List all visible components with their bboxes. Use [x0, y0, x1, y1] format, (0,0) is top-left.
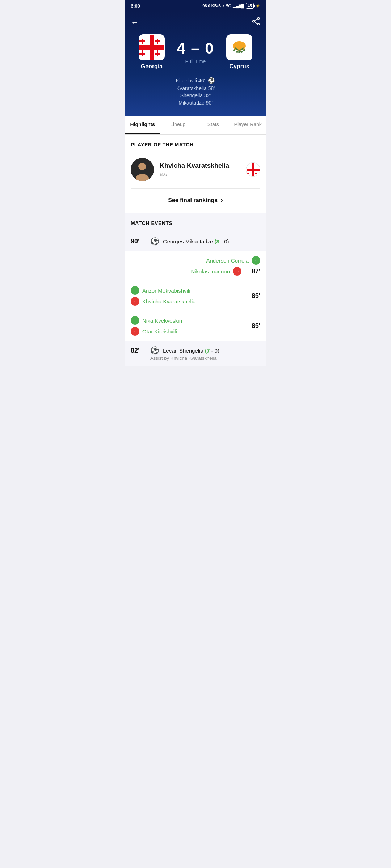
svg-point-23	[243, 49, 245, 51]
match-events-title: MATCH EVENTS	[125, 213, 266, 232]
potm-avatar	[131, 158, 154, 181]
svg-rect-13	[139, 53, 145, 55]
sub-in-name-85b: Nika Kvekveskiri	[142, 318, 182, 324]
event-minute-90: 90'	[131, 238, 147, 245]
svg-point-1	[258, 24, 260, 25]
sub-out-name-85b: Otar Kiteishvili	[142, 328, 177, 335]
potm-card: Khvicha Kvaratskhelia 8.6	[125, 152, 266, 188]
back-button[interactable]: ←	[131, 18, 139, 27]
svg-rect-31	[247, 166, 249, 166]
see-rankings-button[interactable]: See final rankings ›	[125, 189, 266, 213]
home-team-block: Georgia	[134, 34, 170, 70]
goal-ball-icon-82: ⚽	[150, 346, 159, 355]
event-row-87-sub: Anderson Correia ← Nikolas Ioannou → 87'	[125, 251, 266, 281]
svg-line-4	[254, 22, 258, 24]
event-row-82-goal: 82' ⚽ Levan Shengelia (7 - 0) Assist by …	[125, 341, 266, 367]
svg-point-0	[258, 18, 260, 20]
away-team-flag	[226, 34, 252, 60]
sub-row-85b-out: ← Otar Kiteishvili	[131, 327, 182, 336]
score-center: 4 – 0 Full Time	[177, 40, 214, 64]
event-text-90: Georges Mikautadze (8 - 0)	[163, 238, 229, 244]
home-team-flag	[139, 34, 165, 60]
signal-5g: 5G	[226, 4, 231, 8]
generation-badge: ×	[222, 4, 224, 8]
away-team-name: Cyprus	[229, 63, 249, 70]
sub-out-name-85a: Khvicha Kvaratskhelia	[142, 298, 196, 305]
sub-out-icon-85b: ←	[131, 327, 139, 336]
tabs-bar: Highlights Lineup Stats Player Ranki	[125, 116, 266, 135]
status-bar: 6:00 98.0 KB/S × 5G ▂▄▆█ 45 ⚡	[125, 0, 266, 12]
event-row-90-goal: 90' ⚽ Georges Mikautadze (8 - 0)	[125, 232, 266, 251]
goal-ball-icon-90: ⚽	[150, 237, 159, 246]
svg-point-2	[253, 21, 255, 22]
svg-line-3	[254, 19, 258, 21]
svg-rect-11	[155, 40, 160, 42]
potm-rating: 8.6	[160, 171, 246, 177]
sub-in-icon-85a: →	[131, 286, 139, 295]
event-minute-85b: 85'	[252, 322, 260, 330]
svg-rect-35	[247, 173, 249, 174]
home-team-name: Georgia	[141, 63, 163, 70]
sub-in-icon-87: ←	[252, 256, 260, 265]
event-text-82: Levan Shengelia (7 - 0)	[163, 348, 219, 354]
potm-flag-georgia	[246, 162, 260, 177]
tab-stats[interactable]: Stats	[196, 116, 231, 134]
potm-name: Khvicha Kvaratskhelia	[160, 162, 246, 170]
nav-bar: ←	[131, 12, 260, 34]
match-hero: ←	[125, 12, 266, 116]
sub-row-85a-in: → Anzor Mekvabishvili	[131, 286, 196, 295]
goals-section: Kiteishvili 46' ⚽ Kvaratskhelia 58' Shen…	[131, 77, 260, 106]
event-score-82: (7	[205, 348, 210, 354]
svg-point-22	[240, 51, 243, 53]
goal-event-2: Kvaratskhelia 58'	[131, 85, 260, 91]
event-assist-82: Assist by Khvicha Kvaratskhelia	[150, 356, 217, 361]
svg-rect-15	[155, 53, 160, 55]
signal-bars: ▂▄▆█	[233, 4, 244, 8]
away-team-block: Cyprus	[221, 34, 257, 70]
event-minute-82: 82'	[131, 347, 147, 354]
status-time: 6:00	[131, 3, 140, 9]
svg-point-17	[233, 41, 246, 51]
potm-section: PLAYER OF THE MATCH Khvicha Kvaratskheli…	[125, 135, 266, 189]
sub-in-icon-85b: →	[131, 316, 139, 325]
rankings-label: See final rankings	[168, 197, 218, 204]
tab-highlights[interactable]: Highlights	[125, 116, 160, 134]
sub-in-name-85a: Anzor Mekvabishvili	[142, 288, 190, 294]
sub-row-85a-out: ← Khvicha Kvaratskhelia	[131, 297, 196, 306]
event-score-90: (8	[215, 238, 219, 244]
svg-rect-9	[139, 40, 145, 42]
score-section: Georgia 4 – 0 Full Time	[131, 34, 260, 70]
event-minute-85a: 85'	[252, 292, 260, 300]
svg-rect-33	[255, 166, 257, 166]
tab-lineup[interactable]: Lineup	[160, 116, 196, 134]
network-speed: 98.0 KB/S	[202, 4, 221, 8]
sub-out-icon-87: →	[233, 267, 241, 276]
svg-rect-37	[255, 173, 257, 174]
score-separator: –	[191, 40, 205, 57]
event-row-85a-sub: → Anzor Mekvabishvili ← Khvicha Kvaratsk…	[125, 281, 266, 311]
svg-rect-29	[247, 169, 260, 171]
potm-title: PLAYER OF THE MATCH	[125, 135, 266, 152]
sub-out-icon-85a: ←	[131, 297, 139, 306]
highlights-content: PLAYER OF THE MATCH Khvicha Kvaratskheli…	[125, 135, 266, 213]
charging-icon: ⚡	[255, 4, 260, 8]
status-icons: 98.0 KB/S × 5G ▂▄▆█ 45 ⚡	[202, 3, 260, 9]
goal-event-4: Mikautadze 90'	[131, 100, 260, 106]
sub-row-85b-in: → Nika Kvekveskiri	[131, 316, 182, 325]
sub-name-nikolas: Nikolas Ioannou	[191, 268, 230, 275]
match-events-section: MATCH EVENTS 90' ⚽ Georges Mikautadze (8…	[125, 213, 266, 367]
sub-name-anderson: Anderson Correia	[206, 258, 249, 264]
svg-point-21	[238, 51, 240, 53]
score-display: 4 – 0	[177, 40, 214, 57]
goal-event-1: Kiteishvili 46' ⚽	[131, 77, 260, 84]
svg-rect-7	[139, 45, 164, 50]
share-button[interactable]	[252, 17, 260, 27]
potm-info: Khvicha Kvaratskhelia 8.6	[160, 162, 246, 177]
tab-player-rankings[interactable]: Player Ranki	[231, 116, 266, 134]
goal-event-3: Shengelia 82'	[131, 93, 260, 98]
battery-indicator: 45	[246, 3, 254, 9]
rankings-chevron: ›	[220, 196, 223, 204]
svg-point-20	[236, 51, 238, 53]
event-minute-87: 87'	[244, 268, 260, 275]
event-row-85b-sub: → Nika Kvekveskiri ← Otar Kiteishvili 85…	[125, 311, 266, 341]
